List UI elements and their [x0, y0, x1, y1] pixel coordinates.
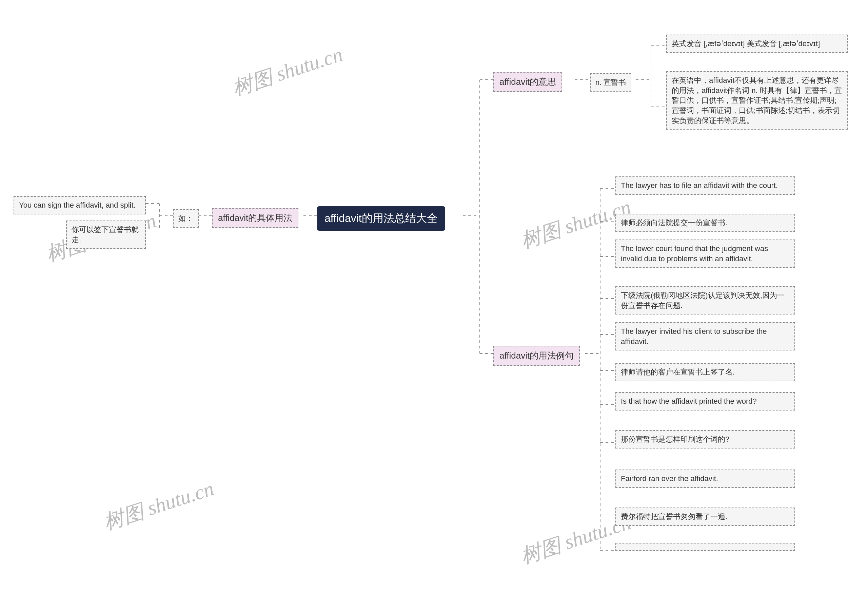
meaning-sub[interactable]: n. 宣誓书: [590, 73, 631, 92]
example-leaf-2[interactable]: The lower court found that the judgment …: [616, 240, 795, 268]
example-leaf-0[interactable]: The lawyer has to file an affidavit with…: [616, 176, 795, 195]
example-leaf-7[interactable]: 那份宣誓书是怎样印刷这个词的?: [616, 430, 795, 448]
usage-leaf-1-text: 你可以签下宣誓书就走.: [72, 225, 139, 244]
example-leaf-4[interactable]: The lawyer invited his client to subscri…: [616, 322, 795, 351]
example-leaf-5-text: 律师请他的客户在宣誓书上签了名.: [621, 368, 735, 376]
meaning-leaf-0-text: 英式发音 [ˌæfəˈdeɪvɪt] 美式发音 [ˌæfəˈdeɪvɪt]: [672, 39, 820, 48]
example-leaf-2-text: The lower court found that the judgment …: [621, 244, 768, 263]
example-leaf-10[interactable]: [616, 543, 795, 551]
example-leaf-5[interactable]: 律师请他的客户在宣誓书上签了名.: [616, 363, 795, 381]
example-leaf-3-text: 下级法院(俄勒冈地区法院)认定该判决无效,因为一份宣誓书存在问题.: [621, 291, 785, 310]
example-leaf-8[interactable]: Fairford ran over the affidavit.: [616, 469, 795, 488]
example-leaf-6-text: Is that how the affidavit printed the wo…: [621, 397, 757, 406]
meaning-sub-text: n. 宣誓书: [595, 78, 626, 86]
usage-leaf-0-text: You can sign the affidavit, and split.: [19, 201, 136, 209]
example-leaf-0-text: The lawyer has to file an affidavit with…: [621, 181, 778, 189]
usage-sub[interactable]: 如：: [173, 209, 199, 228]
example-leaf-4-text: The lawyer invited his client to subscri…: [621, 327, 767, 346]
example-leaf-3[interactable]: 下级法院(俄勒冈地区法院)认定该判决无效,因为一份宣誓书存在问题.: [616, 286, 795, 314]
example-leaf-7-text: 那份宣誓书是怎样印刷这个词的?: [621, 435, 729, 443]
meaning-leaf-1[interactable]: 在英语中，affidavit不仅具有上述意思，还有更详尽的用法，affidavi…: [666, 71, 848, 130]
branch-meaning-label: affidavit的意思: [499, 77, 556, 87]
branch-examples-label: affidavit的用法例句: [499, 351, 574, 361]
meaning-leaf-0[interactable]: 英式发音 [ˌæfəˈdeɪvɪt] 美式发音 [ˌæfəˈdeɪvɪt]: [666, 35, 848, 53]
root-node[interactable]: affidavit的用法总结大全: [317, 206, 445, 231]
meaning-leaf-1-text: 在英语中，affidavit不仅具有上述意思，还有更详尽的用法，affidavi…: [672, 76, 842, 125]
example-leaf-6[interactable]: Is that how the affidavit printed the wo…: [616, 392, 795, 410]
example-leaf-1[interactable]: 律师必须向法院提交一份宣誓书.: [616, 214, 795, 232]
example-leaf-9-text: 费尔福特把宣誓书匆匆看了一遍.: [621, 512, 727, 521]
root-title: affidavit的用法总结大全: [325, 212, 438, 224]
example-leaf-1-text: 律师必须向法院提交一份宣誓书.: [621, 219, 727, 227]
branch-examples[interactable]: affidavit的用法例句: [493, 346, 580, 366]
example-leaf-9[interactable]: 费尔福特把宣誓书匆匆看了一遍.: [616, 508, 795, 526]
usage-sub-text: 如：: [179, 214, 193, 222]
branch-usage[interactable]: affidavit的具体用法: [212, 208, 298, 228]
watermark: 树图 shutu.cn: [229, 41, 346, 102]
branch-meaning[interactable]: affidavit的意思: [493, 72, 562, 92]
usage-leaf-1[interactable]: 你可以签下宣誓书就走.: [66, 221, 146, 249]
watermark: 树图 shutu.cn: [100, 475, 217, 536]
branch-usage-label: affidavit的具体用法: [218, 213, 292, 223]
example-leaf-8-text: Fairford ran over the affidavit.: [621, 474, 718, 483]
usage-leaf-0[interactable]: You can sign the affidavit, and split.: [13, 196, 146, 215]
